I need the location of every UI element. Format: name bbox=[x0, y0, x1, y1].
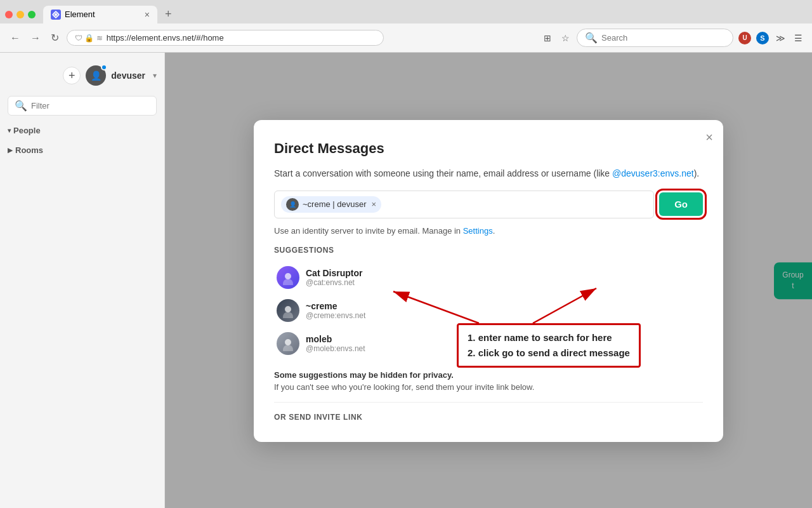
grid-icon[interactable]: ⊞ bbox=[541, 32, 554, 44]
cat-disruptor-info: Cat Disruptor @cat:envs.net bbox=[306, 268, 362, 287]
search-icon: 🔍 bbox=[585, 32, 598, 44]
sidebar-header: + 👤 devuser ▾ bbox=[0, 60, 164, 91]
direct-messages-dialog: × Direct Messages Start a conversation w… bbox=[254, 120, 723, 442]
creme-id: @creme:envs.net bbox=[306, 311, 365, 320]
moleb-name: moleb bbox=[306, 334, 365, 344]
address-bar[interactable]: 🛡 🔒 ≋ https://element.envs.net/#/home bbox=[67, 30, 384, 46]
privacy-text: If you can't see who you're looking for,… bbox=[274, 382, 703, 392]
suggestion-moleb[interactable]: moleb @moleb:envs.net bbox=[274, 327, 703, 360]
svg-point-2 bbox=[285, 273, 291, 279]
dialog-overlay[interactable]: × Direct Messages Start a conversation w… bbox=[165, 53, 812, 508]
rooms-collapse-icon: ▶ bbox=[8, 147, 13, 154]
dialog-close-btn[interactable]: × bbox=[705, 130, 713, 145]
devuser-link[interactable]: @devuser3:envs.net bbox=[612, 168, 694, 178]
menu-icon[interactable]: ☰ bbox=[792, 32, 804, 44]
sidebar-people-section[interactable]: ▾ People bbox=[0, 123, 164, 138]
user-avatar: 👤 bbox=[86, 65, 106, 86]
privacy-note: Some suggestions may be hidden for priva… bbox=[274, 370, 703, 392]
people-label: People bbox=[13, 126, 41, 135]
svg-point-7 bbox=[283, 345, 293, 351]
bookmark-icon[interactable]: ☆ bbox=[559, 32, 572, 44]
forward-btn[interactable]: → bbox=[28, 30, 43, 46]
creme-avatar bbox=[277, 299, 299, 322]
back-btn[interactable]: ← bbox=[8, 30, 23, 46]
app: + 👤 devuser ▾ 🔍 ▾ People ▶ Rooms Groupt bbox=[0, 53, 812, 508]
identity-note: Use an identity server to invite by emai… bbox=[274, 226, 703, 236]
people-collapse-icon: ▾ bbox=[8, 127, 11, 134]
browser-chrome: Element × + ← → ↻ 🛡 🔒 ≋ https://element.… bbox=[0, 0, 812, 53]
svg-point-6 bbox=[285, 339, 291, 345]
go-button[interactable]: Go bbox=[659, 192, 703, 216]
dialog-title: Direct Messages bbox=[274, 140, 703, 157]
recipient-input-field[interactable]: 👤 ~creme | devuser × bbox=[274, 190, 654, 218]
tab-title: Element bbox=[65, 10, 95, 19]
svg-point-5 bbox=[283, 312, 293, 318]
minimize-window-btn[interactable] bbox=[16, 11, 24, 18]
nav-right: ⊞ ☆ 🔍 U S ≫ ☰ bbox=[541, 29, 804, 47]
settings-link[interactable]: Settings bbox=[463, 226, 493, 236]
tab-bar: Element × + bbox=[0, 0, 812, 23]
filter-search-icon: 🔍 bbox=[15, 100, 27, 112]
traffic-lights bbox=[5, 11, 36, 18]
divider bbox=[274, 402, 703, 403]
main-content: Groupt × Direct Messages Start a convers… bbox=[165, 53, 812, 508]
browser-search-bar[interactable]: 🔍 bbox=[577, 29, 733, 47]
close-window-btn[interactable] bbox=[5, 11, 13, 18]
search-input[interactable] bbox=[601, 33, 725, 43]
creme-name: ~creme bbox=[306, 301, 365, 311]
moleb-id: @moleb:envs.net bbox=[306, 344, 365, 353]
svg-point-4 bbox=[285, 306, 291, 312]
url-text: https://element.envs.net/#/home bbox=[107, 33, 376, 43]
tab-close-btn[interactable]: × bbox=[145, 10, 150, 20]
notification-badge bbox=[101, 64, 107, 70]
safari-icon[interactable]: S bbox=[756, 32, 769, 44]
filter-bar[interactable]: 🔍 bbox=[8, 96, 157, 116]
search-input-row: 👤 ~creme | devuser × Go bbox=[274, 190, 703, 218]
suggestion-cat-disruptor[interactable]: Cat Disruptor @cat:envs.net bbox=[274, 261, 703, 294]
sidebar-rooms-section[interactable]: ▶ Rooms bbox=[0, 143, 164, 157]
rooms-label: Rooms bbox=[15, 145, 43, 155]
cat-disruptor-name: Cat Disruptor bbox=[306, 268, 362, 278]
moleb-info: moleb @moleb:envs.net bbox=[306, 334, 365, 353]
svg-point-3 bbox=[283, 279, 293, 285]
selected-user-chip: 👤 ~creme | devuser × bbox=[281, 196, 381, 213]
chip-avatar: 👤 bbox=[286, 198, 299, 211]
maximize-window-btn[interactable] bbox=[28, 11, 36, 18]
privacy-bold: Some suggestions may be hidden for priva… bbox=[274, 370, 703, 380]
tab-favicon-icon bbox=[51, 10, 61, 20]
moleb-avatar bbox=[277, 332, 299, 355]
new-tab-btn[interactable]: + bbox=[160, 5, 177, 23]
sidebar: + 👤 devuser ▾ 🔍 ▾ People ▶ Rooms bbox=[0, 53, 165, 508]
add-button[interactable]: + bbox=[63, 67, 81, 84]
suggestions-label: SUGGESTIONS bbox=[274, 246, 703, 255]
username-label: devuser bbox=[111, 70, 145, 81]
more-icon[interactable]: ≫ bbox=[774, 32, 787, 44]
security-icon: 🛡 🔒 ≋ bbox=[75, 34, 103, 43]
user-dropdown-icon[interactable]: ▾ bbox=[153, 71, 157, 80]
filter-input[interactable] bbox=[31, 101, 150, 110]
send-invite-label: OR SEND INVITE LINK bbox=[274, 413, 703, 422]
nav-bar: ← → ↻ 🛡 🔒 ≋ https://element.envs.net/#/h… bbox=[0, 23, 812, 52]
suggestion-creme[interactable]: ~creme @creme:envs.net bbox=[274, 294, 703, 327]
chip-label: ~creme | devuser bbox=[303, 199, 367, 209]
refresh-btn[interactable]: ↻ bbox=[48, 29, 62, 46]
chip-remove-btn[interactable]: × bbox=[372, 199, 377, 209]
ublock-icon[interactable]: U bbox=[738, 32, 751, 44]
cat-disruptor-id: @cat:envs.net bbox=[306, 278, 362, 287]
cat-disruptor-avatar bbox=[277, 266, 299, 289]
creme-info: ~creme @creme:envs.net bbox=[306, 301, 365, 320]
dialog-description: Start a conversation with someone using … bbox=[274, 167, 703, 180]
active-tab[interactable]: Element × bbox=[43, 6, 157, 23]
svg-point-1 bbox=[55, 13, 57, 16]
